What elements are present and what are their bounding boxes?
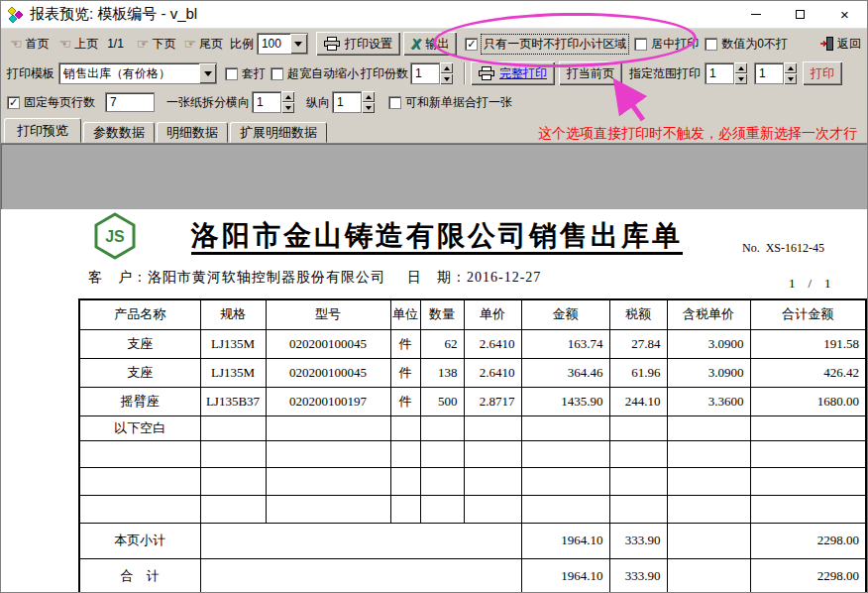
tab-parameter-data[interactable]: 参数数据 bbox=[83, 122, 155, 143]
rows-per-page-value: 7 bbox=[110, 95, 117, 109]
checkbox-box: ✓ bbox=[7, 96, 20, 109]
cell bbox=[521, 415, 609, 440]
split-horizontal-stepper[interactable]: 1 bbox=[252, 91, 294, 113]
spin-up-button[interactable] bbox=[440, 62, 453, 73]
checkbox-overlay-print[interactable]: ✓ 套打 bbox=[225, 65, 266, 82]
checkbox-no-subtotal-one-page[interactable]: ✓ 只有一页时不打印小计区域 bbox=[465, 35, 628, 54]
spin-up-button[interactable] bbox=[281, 91, 294, 102]
cell bbox=[200, 495, 266, 523]
spin-down-button[interactable] bbox=[440, 73, 453, 84]
toolbar-navigation: ☜ 首页 ☜ 上页 1/1 ☞ 下页 ☞ 尾页 比例 100 打印设置 bbox=[1, 29, 867, 59]
checkbox-box: ✓ bbox=[465, 38, 478, 51]
cell bbox=[464, 440, 521, 467]
checkbox-merge-new-doc[interactable]: ✓ 可和新单据合打一张 bbox=[388, 94, 512, 111]
back-button[interactable]: 返回 bbox=[816, 34, 861, 55]
cell: 62 bbox=[420, 329, 464, 358]
spin-down-button[interactable] bbox=[281, 102, 294, 113]
cell bbox=[390, 467, 420, 495]
cell bbox=[609, 415, 667, 440]
subtotal-label: 本页小计 bbox=[79, 523, 200, 558]
spin-down-button[interactable] bbox=[784, 73, 797, 84]
print-current-page-button[interactable]: 打当前页 bbox=[559, 61, 622, 85]
cell bbox=[750, 467, 866, 495]
split-vertical-stepper[interactable]: 1 bbox=[332, 91, 375, 113]
cell bbox=[266, 467, 390, 495]
print-button[interactable]: 打印 bbox=[803, 61, 842, 85]
template-dropdown-button[interactable] bbox=[199, 63, 216, 83]
next-page-label: 下页 bbox=[152, 36, 175, 53]
scale-value: 100 bbox=[258, 34, 290, 54]
scale-dropdown-button[interactable] bbox=[290, 34, 307, 54]
checkbox-center-print[interactable]: ✓ 居中打印 bbox=[634, 36, 699, 53]
subtotal-value: 1964.10 bbox=[521, 523, 609, 558]
chevron-down-icon bbox=[788, 77, 794, 81]
cell: 244.10 bbox=[609, 387, 667, 415]
range-to-stepper[interactable]: 1 bbox=[754, 62, 797, 84]
document-title: 洛阳市金山铸造有限公司销售出库单 bbox=[150, 217, 724, 255]
document-number: No. XS-1612-45 bbox=[742, 241, 824, 256]
split-vertical-value: 1 bbox=[332, 91, 362, 113]
spin-up-button[interactable] bbox=[362, 91, 375, 102]
cell bbox=[390, 495, 420, 523]
first-page-button[interactable]: ☜ 首页 bbox=[7, 34, 53, 55]
preview-table: 产品名称规格型号单位数量单价金额税额含税单价合计金额支座LJ135M020200… bbox=[78, 298, 867, 593]
export-button[interactable]: X 输出 bbox=[403, 32, 457, 56]
copies-stepper[interactable]: 1 bbox=[410, 62, 453, 84]
spin-down-button[interactable] bbox=[362, 102, 375, 113]
checkbox-auto-shrink[interactable]: ✓ 超宽自动缩小 bbox=[271, 65, 359, 82]
maximize-button[interactable] bbox=[778, 1, 822, 28]
cell: 3.0900 bbox=[667, 358, 750, 387]
customer-label: 客 户： bbox=[88, 270, 148, 285]
spin-up-button[interactable] bbox=[734, 62, 747, 73]
total-row: 合 计1964.10333.902298.00 bbox=[79, 558, 866, 593]
hand-left-icon: ☜ bbox=[10, 37, 23, 51]
scale-combobox[interactable]: 100 bbox=[257, 33, 308, 55]
print-preview-area[interactable]: JS 洛阳市金山铸造有限公司销售出库单 No. XS-1612-45 客 户：洛… bbox=[1, 143, 867, 592]
checkbox-label: 超宽自动缩小 bbox=[287, 65, 359, 82]
hand-right-icon: ☞ bbox=[137, 37, 150, 51]
cell bbox=[609, 467, 667, 495]
column-header: 产品名称 bbox=[79, 299, 200, 329]
split-vertical-label: 纵向 bbox=[306, 94, 330, 111]
checkbox-box: ✓ bbox=[271, 67, 283, 80]
document-page: JS 洛阳市金山铸造有限公司销售出库单 No. XS-1612-45 客 户：洛… bbox=[1, 209, 867, 592]
checkbox-label: 只有一页时不打印小计区域 bbox=[482, 35, 628, 54]
toolbar-page-layout: ✓ 固定每页行数 7 一张纸拆分横向 1 纵向 1 ✓ 可和新单据合打一张 bbox=[1, 88, 867, 116]
back-label: 返回 bbox=[837, 36, 861, 53]
column-header: 型号 bbox=[266, 299, 390, 329]
rows-per-page-input[interactable]: 7 bbox=[105, 92, 155, 112]
cell bbox=[464, 467, 521, 495]
close-button[interactable]: × bbox=[822, 1, 867, 28]
spin-up-button[interactable] bbox=[784, 62, 797, 73]
last-page-button[interactable]: ☞ 尾页 bbox=[180, 34, 226, 55]
column-header: 规格 bbox=[200, 299, 266, 329]
prev-page-button[interactable]: ☜ 上页 bbox=[56, 34, 102, 55]
print-setup-button[interactable]: 打印设置 bbox=[316, 32, 400, 56]
chevron-up-icon bbox=[444, 66, 450, 70]
merged-cell bbox=[200, 558, 521, 593]
tab-detail-data[interactable]: 明细数据 bbox=[157, 122, 228, 143]
tab-print-preview[interactable]: 打印预览 bbox=[4, 118, 81, 143]
tab-extended-detail-data[interactable]: 扩展明细数据 bbox=[230, 122, 327, 143]
cell: 摇臂座 bbox=[79, 387, 200, 415]
report-preview-window: 报表预览: 模板编号 - v_bl × ☜ 首页 ☜ 上页 1/1 ☞ 下页 ☞… bbox=[0, 0, 868, 593]
checkbox-label: 可和新单据合打一张 bbox=[405, 94, 512, 111]
first-page-label: 首页 bbox=[26, 36, 50, 53]
next-page-button[interactable]: ☞ 下页 bbox=[134, 34, 179, 55]
cell: 163.74 bbox=[521, 329, 609, 358]
checkbox-label: 套打 bbox=[242, 65, 266, 82]
spin-down-button[interactable] bbox=[734, 73, 747, 84]
scale-label: 比例 bbox=[230, 36, 254, 53]
toolbar-print-options: 打印模板 销售出库（有价格） ✓ 套打 ✓ 超宽自动缩小 打印份数 1 完整打印 bbox=[1, 59, 867, 88]
cell bbox=[266, 415, 390, 440]
cell bbox=[390, 440, 420, 467]
print-full-button[interactable]: 完整打印 bbox=[471, 61, 555, 85]
range-from-stepper[interactable]: 1 bbox=[705, 62, 747, 84]
template-combobox[interactable]: 销售出库（有价格） bbox=[58, 62, 217, 84]
last-page-label: 尾页 bbox=[199, 36, 223, 53]
checkbox-fixed-rows[interactable]: ✓ 固定每页行数 bbox=[7, 94, 95, 111]
customer-line: 客 户：洛阳市黄河软轴控制器股份有限公司 bbox=[88, 269, 385, 287]
split-horizontal-label: 一张纸拆分横向 bbox=[166, 94, 250, 111]
minimize-button[interactable] bbox=[733, 1, 778, 28]
checkbox-zero-no-print[interactable]: ✓ 数值为0不打 bbox=[705, 36, 788, 53]
